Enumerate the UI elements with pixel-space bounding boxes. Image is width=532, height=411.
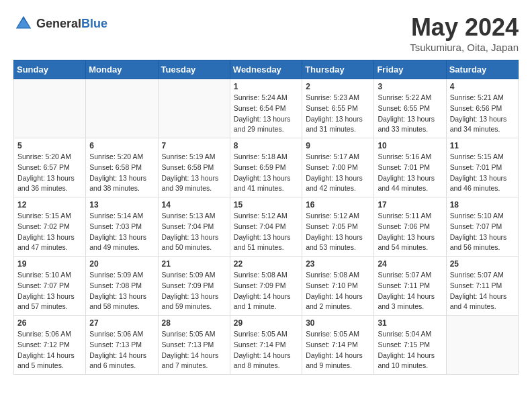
- day-info: Sunrise: 5:08 AMSunset: 7:10 PMDaylight:…: [306, 270, 370, 312]
- calendar-day-cell: 26Sunrise: 5:06 AMSunset: 7:12 PMDayligh…: [14, 316, 86, 375]
- weekday-header: Friday: [374, 60, 446, 79]
- calendar-day-cell: 20Sunrise: 5:09 AMSunset: 7:08 PMDayligh…: [86, 257, 158, 316]
- logo-icon: [13, 13, 34, 34]
- day-info: Sunrise: 5:22 AMSunset: 6:55 PMDaylight:…: [378, 93, 442, 135]
- day-number: 5: [17, 141, 82, 150]
- day-number: 15: [234, 200, 298, 210]
- day-info: Sunrise: 5:20 AMSunset: 6:57 PMDaylight:…: [17, 152, 82, 194]
- day-number: 20: [89, 259, 154, 269]
- day-info: Sunrise: 5:12 AMSunset: 7:05 PMDaylight:…: [306, 211, 370, 253]
- day-info: Sunrise: 5:15 AMSunset: 7:02 PMDaylight:…: [17, 211, 82, 253]
- day-info: Sunrise: 5:17 AMSunset: 7:00 PMDaylight:…: [306, 152, 370, 194]
- weekday-header: Monday: [86, 60, 158, 79]
- weekday-header: Thursday: [302, 60, 374, 79]
- day-number: 24: [378, 259, 442, 269]
- day-info: Sunrise: 5:10 AMSunset: 7:07 PMDaylight:…: [17, 270, 82, 312]
- day-number: 12: [17, 200, 82, 210]
- day-info: Sunrise: 5:14 AMSunset: 7:03 PMDaylight:…: [89, 211, 154, 253]
- day-number: 31: [378, 318, 442, 328]
- day-info: Sunrise: 5:20 AMSunset: 6:58 PMDaylight:…: [89, 152, 154, 194]
- calendar-day-cell: 13Sunrise: 5:14 AMSunset: 7:03 PMDayligh…: [86, 197, 158, 257]
- day-number: 2: [306, 82, 370, 91]
- calendar-week-row: 5Sunrise: 5:20 AMSunset: 6:57 PMDaylight…: [14, 138, 519, 197]
- weekday-header: Sunday: [14, 60, 86, 79]
- calendar-day-cell: 25Sunrise: 5:07 AMSunset: 7:11 PMDayligh…: [446, 257, 518, 316]
- day-info: Sunrise: 5:06 AMSunset: 7:13 PMDaylight:…: [89, 329, 154, 371]
- day-number: 4: [450, 82, 515, 91]
- calendar-week-row: 26Sunrise: 5:06 AMSunset: 7:12 PMDayligh…: [14, 316, 519, 375]
- day-number: 7: [162, 141, 226, 150]
- day-info: Sunrise: 5:05 AMSunset: 7:13 PMDaylight:…: [162, 329, 226, 371]
- day-number: 10: [378, 141, 442, 150]
- day-number: 6: [89, 141, 154, 150]
- day-info: Sunrise: 5:09 AMSunset: 7:09 PMDaylight:…: [162, 270, 226, 312]
- weekday-header: Saturday: [446, 60, 518, 79]
- day-info: Sunrise: 5:12 AMSunset: 7:04 PMDaylight:…: [234, 211, 298, 253]
- calendar-day-cell: 28Sunrise: 5:05 AMSunset: 7:13 PMDayligh…: [158, 316, 230, 375]
- day-number: 21: [162, 259, 226, 269]
- day-info: Sunrise: 5:16 AMSunset: 7:01 PMDaylight:…: [378, 152, 442, 194]
- day-info: Sunrise: 5:13 AMSunset: 7:04 PMDaylight:…: [162, 211, 226, 253]
- calendar-day-cell: 18Sunrise: 5:10 AMSunset: 7:07 PMDayligh…: [446, 197, 518, 257]
- day-info: Sunrise: 5:04 AMSunset: 7:15 PMDaylight:…: [378, 329, 442, 371]
- day-number: 25: [450, 259, 515, 269]
- day-info: Sunrise: 5:07 AMSunset: 7:11 PMDaylight:…: [450, 270, 515, 312]
- logo: General Blue: [13, 13, 107, 34]
- calendar-day-cell: 22Sunrise: 5:08 AMSunset: 7:09 PMDayligh…: [230, 257, 302, 316]
- title-block: May 2024 Tsukumiura, Oita, Japan: [410, 13, 519, 53]
- day-number: 28: [162, 318, 226, 328]
- calendar-day-cell: 29Sunrise: 5:05 AMSunset: 7:14 PMDayligh…: [230, 316, 302, 375]
- day-info: Sunrise: 5:05 AMSunset: 7:14 PMDaylight:…: [306, 329, 370, 371]
- calendar-day-cell: 2Sunrise: 5:23 AMSunset: 6:55 PMDaylight…: [302, 79, 374, 138]
- page-header: General Blue May 2024 Tsukumiura, Oita, …: [13, 13, 519, 53]
- calendar-day-cell: 5Sunrise: 5:20 AMSunset: 6:57 PMDaylight…: [14, 138, 86, 197]
- day-info: Sunrise: 5:10 AMSunset: 7:07 PMDaylight:…: [450, 211, 515, 253]
- calendar-week-row: 12Sunrise: 5:15 AMSunset: 7:02 PMDayligh…: [14, 197, 519, 257]
- calendar-week-row: 1Sunrise: 5:24 AMSunset: 6:54 PMDaylight…: [14, 79, 519, 138]
- calendar-day-cell: 19Sunrise: 5:10 AMSunset: 7:07 PMDayligh…: [14, 257, 86, 316]
- day-info: Sunrise: 5:08 AMSunset: 7:09 PMDaylight:…: [234, 270, 298, 312]
- day-info: Sunrise: 5:21 AMSunset: 6:56 PMDaylight:…: [450, 93, 515, 135]
- calendar-table: SundayMondayTuesdayWednesdayThursdayFrid…: [13, 60, 519, 375]
- day-info: Sunrise: 5:05 AMSunset: 7:14 PMDaylight:…: [234, 329, 298, 371]
- calendar-day-cell: 31Sunrise: 5:04 AMSunset: 7:15 PMDayligh…: [374, 316, 446, 375]
- day-number: 16: [306, 200, 370, 210]
- calendar-day-cell: 4Sunrise: 5:21 AMSunset: 6:56 PMDaylight…: [446, 79, 518, 138]
- calendar-day-cell: 1Sunrise: 5:24 AMSunset: 6:54 PMDaylight…: [230, 79, 302, 138]
- day-number: 30: [306, 318, 370, 328]
- day-info: Sunrise: 5:07 AMSunset: 7:11 PMDaylight:…: [378, 270, 442, 312]
- day-info: Sunrise: 5:09 AMSunset: 7:08 PMDaylight:…: [89, 270, 154, 312]
- day-number: 17: [378, 200, 442, 210]
- calendar-day-cell: 27Sunrise: 5:06 AMSunset: 7:13 PMDayligh…: [86, 316, 158, 375]
- day-info: Sunrise: 5:23 AMSunset: 6:55 PMDaylight:…: [306, 93, 370, 135]
- day-number: 19: [17, 259, 82, 269]
- calendar-day-cell: 23Sunrise: 5:08 AMSunset: 7:10 PMDayligh…: [302, 257, 374, 316]
- day-info: Sunrise: 5:19 AMSunset: 6:58 PMDaylight:…: [162, 152, 226, 194]
- calendar-title: May 2024: [410, 13, 519, 42]
- calendar-day-cell: 11Sunrise: 5:15 AMSunset: 7:01 PMDayligh…: [446, 138, 518, 197]
- weekday-header: Tuesday: [158, 60, 230, 79]
- calendar-day-cell: 7Sunrise: 5:19 AMSunset: 6:58 PMDaylight…: [158, 138, 230, 197]
- day-number: 11: [450, 141, 515, 150]
- logo-general: General: [36, 17, 81, 31]
- logo-text: General Blue: [36, 17, 107, 31]
- day-number: 14: [162, 200, 226, 210]
- calendar-day-cell: 3Sunrise: 5:22 AMSunset: 6:55 PMDaylight…: [374, 79, 446, 138]
- calendar-day-cell: 10Sunrise: 5:16 AMSunset: 7:01 PMDayligh…: [374, 138, 446, 197]
- calendar-day-cell: 21Sunrise: 5:09 AMSunset: 7:09 PMDayligh…: [158, 257, 230, 316]
- day-number: 18: [450, 200, 515, 210]
- day-number: 3: [378, 82, 442, 91]
- day-number: 23: [306, 259, 370, 269]
- calendar-day-cell: 6Sunrise: 5:20 AMSunset: 6:58 PMDaylight…: [86, 138, 158, 197]
- calendar-day-cell: [446, 316, 518, 375]
- weekday-header-row: SundayMondayTuesdayWednesdayThursdayFrid…: [14, 60, 519, 79]
- day-info: Sunrise: 5:24 AMSunset: 6:54 PMDaylight:…: [234, 93, 298, 135]
- day-info: Sunrise: 5:15 AMSunset: 7:01 PMDaylight:…: [450, 152, 515, 194]
- calendar-day-cell: 17Sunrise: 5:11 AMSunset: 7:06 PMDayligh…: [374, 197, 446, 257]
- day-number: 8: [234, 141, 298, 150]
- calendar-day-cell: 8Sunrise: 5:18 AMSunset: 6:59 PMDaylight…: [230, 138, 302, 197]
- calendar-day-cell: 16Sunrise: 5:12 AMSunset: 7:05 PMDayligh…: [302, 197, 374, 257]
- calendar-day-cell: 12Sunrise: 5:15 AMSunset: 7:02 PMDayligh…: [14, 197, 86, 257]
- day-number: 1: [234, 82, 298, 91]
- day-info: Sunrise: 5:18 AMSunset: 6:59 PMDaylight:…: [234, 152, 298, 194]
